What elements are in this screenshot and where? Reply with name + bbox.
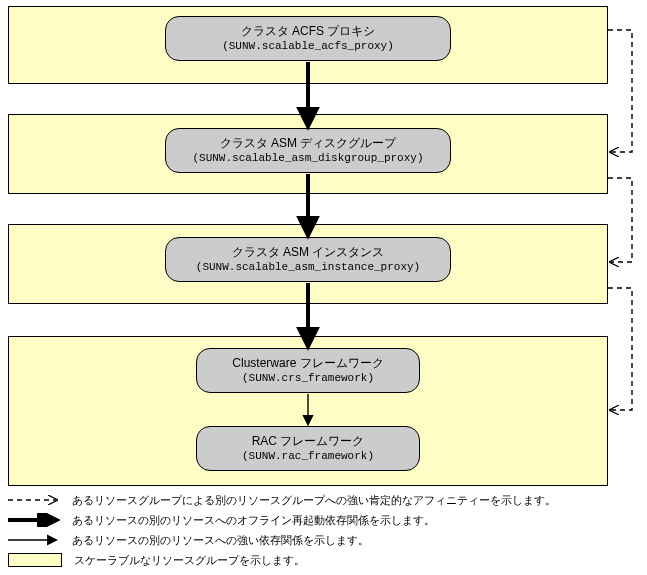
legend-swatch-dashed-arrow	[8, 493, 60, 507]
legend-swatch-yellow-box	[8, 553, 62, 567]
node-subtitle: (SUNW.scalable_asm_instance_proxy)	[174, 260, 442, 275]
node-title: クラスタ ASM インスタンス	[174, 244, 442, 260]
node-crs-framework: Clusterware フレームワーク (SUNW.crs_framework)	[196, 348, 420, 393]
node-title: RAC フレームワーク	[205, 433, 411, 449]
legend-text: あるリソースの別のリソースへの強い依存関係を示します。	[72, 533, 369, 548]
legend-text: スケーラブルなリソースグループを示します。	[74, 553, 305, 568]
node-subtitle: (SUNW.rac_framework)	[205, 449, 411, 464]
node-title: クラスタ ACFS プロキシ	[174, 23, 442, 39]
legend-swatch-thick-arrow	[8, 513, 60, 527]
legend-text: あるリソースグループによる別のリソースグループへの強い肯定的なアフィニティーを示…	[72, 493, 556, 508]
legend-text: あるリソースの別のリソースへのオフライン再起動依存関係を示します。	[72, 513, 435, 528]
node-subtitle: (SUNW.scalable_acfs_proxy)	[174, 39, 442, 54]
node-subtitle: (SUNW.scalable_asm_diskgroup_proxy)	[174, 151, 442, 166]
legend-row-offline-restart: あるリソースの別のリソースへのオフライン再起動依存関係を示します。	[8, 511, 628, 529]
node-title: Clusterware フレームワーク	[205, 355, 411, 371]
node-rac-framework: RAC フレームワーク (SUNW.rac_framework)	[196, 426, 420, 471]
affinity-g0-g1	[608, 30, 632, 152]
legend-row-scalable-group: スケーラブルなリソースグループを示します。	[8, 551, 628, 569]
legend: あるリソースグループによる別のリソースグループへの強い肯定的なアフィニティーを示…	[8, 491, 628, 571]
affinity-g1-g2	[608, 178, 632, 262]
node-asm-diskgroup: クラスタ ASM ディスクグループ (SUNW.scalable_asm_dis…	[165, 128, 451, 173]
node-asm-instance: クラスタ ASM インスタンス (SUNW.scalable_asm_insta…	[165, 237, 451, 282]
node-title: クラスタ ASM ディスクグループ	[174, 135, 442, 151]
node-acfs-proxy: クラスタ ACFS プロキシ (SUNW.scalable_acfs_proxy…	[165, 16, 451, 61]
legend-row-strong-dep: あるリソースの別のリソースへの強い依存関係を示します。	[8, 531, 628, 549]
affinity-g2-g3	[608, 288, 632, 410]
legend-row-affinity: あるリソースグループによる別のリソースグループへの強い肯定的なアフィニティーを示…	[8, 491, 628, 509]
node-subtitle: (SUNW.crs_framework)	[205, 371, 411, 386]
legend-swatch-thin-arrow	[8, 533, 60, 547]
